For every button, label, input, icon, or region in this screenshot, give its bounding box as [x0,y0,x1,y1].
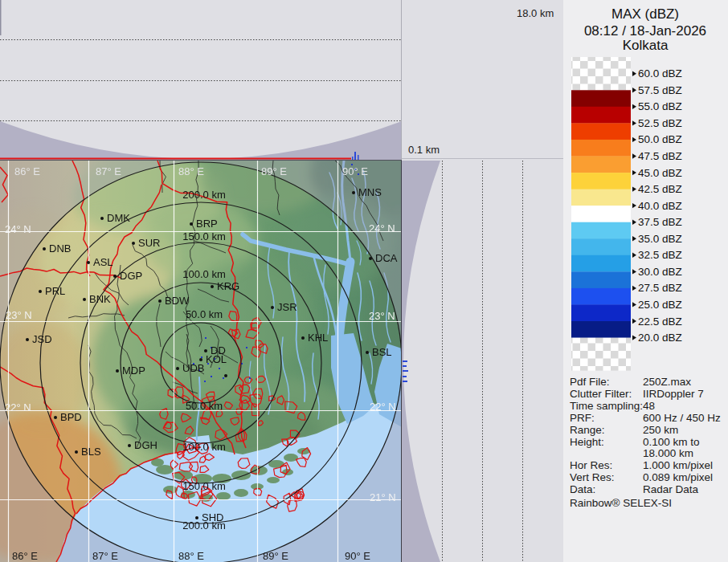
svg-text:Kolkata: Kolkata [623,38,669,53]
svg-text:18.0 km: 18.0 km [517,7,554,19]
svg-text:DNB: DNB [49,242,71,255]
svg-text:MDP: MDP [122,364,145,377]
svg-text:Radar Data: Radar Data [643,483,699,495]
svg-text:47.5 dBZ: 47.5 dBZ [638,150,682,162]
svg-text:22° N: 22° N [370,401,396,413]
svg-text:08:12 / 18-Jan-2026: 08:12 / 18-Jan-2026 [584,23,706,39]
svg-text:0.100 km to: 0.100 km to [643,436,700,448]
svg-text:50.0 dBZ: 50.0 dBZ [638,133,682,145]
svg-text:PRL: PRL [45,285,65,297]
svg-text:BDW: BDW [165,295,190,307]
svg-text:BRP: BRP [196,218,218,230]
svg-text:SUR: SUR [138,237,160,249]
svg-text:50.0 km: 50.0 km [186,400,223,412]
svg-text:Clutter Filter:: Clutter Filter: [570,388,632,400]
svg-text:Rainbow® SELEX-SI: Rainbow® SELEX-SI [570,497,672,509]
svg-text:20.0 dBZ: 20.0 dBZ [638,332,682,344]
svg-text:55.0 dBZ: 55.0 dBZ [638,100,682,112]
svg-text:30.0 dBZ: 30.0 dBZ [638,266,682,278]
svg-text:Time sampling:48: Time sampling:48 [570,400,655,412]
svg-text:50.0 km: 50.0 km [186,308,223,320]
svg-text:MAX (dBZ): MAX (dBZ) [611,6,679,22]
svg-text:88° E: 88° E [178,165,204,177]
svg-text:60.0 dBZ: 60.0 dBZ [638,67,682,79]
svg-text:MNS: MNS [358,186,382,198]
svg-text:0.089 km/pixel: 0.089 km/pixel [643,471,713,483]
svg-text:Range:: Range: [570,424,605,436]
svg-text:40.0 dBZ: 40.0 dBZ [638,200,682,212]
svg-text:87° E: 87° E [96,165,121,177]
svg-text:86° E: 86° E [14,165,40,177]
svg-text:27.5 dBZ: 27.5 dBZ [638,282,682,294]
svg-text:87° E: 87° E [92,550,118,562]
svg-text:KOL: KOL [206,353,227,365]
svg-text:IIRDoppler 7: IIRDoppler 7 [643,388,704,400]
svg-text:KHL: KHL [308,332,328,344]
svg-text:0.1 km: 0.1 km [408,144,440,156]
svg-text:89° E: 89° E [261,165,287,177]
svg-text:1.000 km/pixel: 1.000 km/pixel [643,459,713,471]
svg-text:52.5 dBZ: 52.5 dBZ [638,117,682,129]
svg-text:250Z.max: 250Z.max [643,376,691,388]
svg-text:35.0 dBZ: 35.0 dBZ [638,233,682,245]
svg-text:23° N: 23° N [369,310,395,322]
svg-text:250 km: 250 km [643,424,678,436]
svg-text:100.0 km: 100.0 km [182,268,225,280]
svg-text:DGH: DGH [134,439,157,451]
svg-text:37.5 dBZ: 37.5 dBZ [638,216,682,228]
svg-text:BPD: BPD [60,411,82,423]
svg-text:Vert Res:: Vert Res: [570,471,615,483]
svg-text:DMK: DMK [107,212,130,224]
svg-text:24° N: 24° N [5,223,31,235]
svg-text:DGP: DGP [120,270,142,282]
svg-text:88° E: 88° E [178,550,204,562]
svg-text:Data:: Data: [570,483,595,495]
svg-text:90° E: 90° E [345,550,370,562]
svg-text:BLS: BLS [81,446,101,458]
svg-text:90° E: 90° E [342,165,368,177]
svg-text:Pdf File:: Pdf File: [570,376,610,388]
svg-text:89° E: 89° E [263,550,288,562]
svg-text:86° E: 86° E [12,550,38,562]
svg-text:600 Hz / 450 Hz: 600 Hz / 450 Hz [643,412,721,424]
svg-text:BSL: BSL [372,346,392,358]
svg-text:21° N: 21° N [370,491,396,503]
svg-text:57.5 dBZ: 57.5 dBZ [638,84,682,96]
svg-text:45.0 dBZ: 45.0 dBZ [638,167,682,179]
svg-text:JSR: JSR [277,301,297,313]
svg-text:100.0 km: 100.0 km [182,441,225,453]
svg-text:KRG: KRG [217,280,239,292]
svg-text:24° N: 24° N [369,222,395,234]
svg-text:42.5 dBZ: 42.5 dBZ [638,183,682,195]
svg-text:25.0 dBZ: 25.0 dBZ [638,299,682,311]
svg-text:BNK: BNK [89,293,111,305]
svg-text:DCA: DCA [375,252,398,264]
svg-text:23° N: 23° N [6,309,32,321]
svg-text:JSD: JSD [32,333,52,345]
svg-text:UDB: UDB [182,362,204,374]
svg-text:150.0 km: 150.0 km [182,230,225,242]
svg-text:Hor Res:: Hor Res: [570,459,612,471]
svg-text:200.0 km: 200.0 km [182,189,225,201]
svg-text:SHD: SHD [202,511,223,523]
svg-text:150.0 km: 150.0 km [182,480,225,492]
svg-text:PRF:: PRF: [570,412,595,424]
svg-text:ASL: ASL [93,256,113,268]
svg-text:22° N: 22° N [5,401,31,413]
svg-text:32.5 dBZ: 32.5 dBZ [638,249,682,261]
svg-text:18.000 km: 18.000 km [643,447,693,459]
svg-text:22.5 dBZ: 22.5 dBZ [638,316,682,328]
svg-text:Height:: Height: [570,436,604,448]
